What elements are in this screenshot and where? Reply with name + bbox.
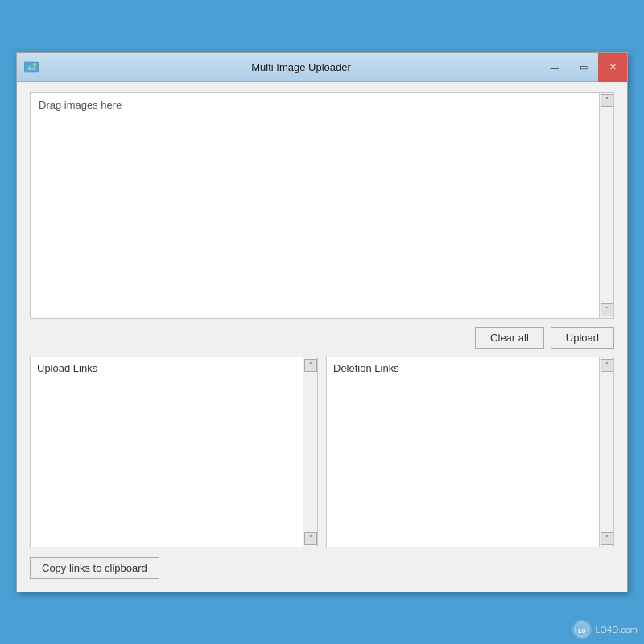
minimize-button[interactable]: — — [540, 53, 569, 82]
watermark: LO LO4D.com — [572, 620, 638, 639]
drop-zone-container: Drag images here ˄ ˅ — [30, 92, 614, 319]
window-title: Multi Image Uploader — [46, 61, 556, 73]
link-panels: Upload Links ˄ ˅ Deletion Links ˄ — [30, 357, 614, 547]
drop-zone[interactable]: Drag images here — [31, 93, 613, 318]
deletion-links-panel: Deletion Links ˄ ˅ — [326, 357, 614, 547]
svg-rect-0 — [24, 62, 39, 72]
deletion-links-content — [327, 378, 613, 547]
drop-zone-label: Drag images here — [39, 99, 122, 111]
window-controls: — ▭ ✕ — [540, 53, 627, 82]
chevron-down-icon: ˅ — [605, 535, 609, 542]
deletion-scroll-up-button[interactable]: ˄ — [601, 359, 613, 372]
action-row: Clear all Upload — [30, 327, 614, 349]
close-button[interactable]: ✕ — [598, 53, 627, 82]
chevron-down-icon: ˅ — [309, 535, 312, 542]
dropzone-scrollbar: ˄ ˅ — [599, 93, 613, 318]
maximize-button[interactable]: ▭ — [569, 53, 598, 82]
scroll-up-button[interactable]: ˄ — [601, 94, 613, 107]
scroll-down-button[interactable]: ˅ — [601, 303, 613, 316]
upload-button[interactable]: Upload — [551, 327, 614, 349]
app-icon — [23, 59, 39, 75]
chevron-up-icon: ˄ — [605, 361, 609, 369]
upload-scroll-down-button[interactable]: ˅ — [304, 532, 317, 545]
title-bar: Multi Image Uploader — ▭ ✕ — [17, 53, 627, 82]
chevron-down-icon: ˅ — [605, 306, 609, 313]
upload-scroll-up-button[interactable]: ˄ — [304, 359, 317, 372]
window-body: Drag images here ˄ ˅ Clear all Upload Up… — [17, 82, 627, 592]
chevron-up-icon: ˄ — [309, 361, 312, 369]
chevron-up-icon: ˄ — [605, 97, 609, 104]
svg-point-2 — [33, 63, 36, 66]
main-window: Multi Image Uploader — ▭ ✕ Drag images h… — [16, 52, 628, 592]
deletion-links-scrollbar: ˄ ˅ — [599, 357, 613, 547]
upload-links-content — [31, 378, 317, 547]
upload-links-panel: Upload Links ˄ ˅ — [30, 357, 318, 547]
copy-links-row: Copy links to clipboard — [30, 557, 614, 579]
svg-text:LO: LO — [579, 628, 587, 634]
copy-links-button[interactable]: Copy links to clipboard — [30, 557, 159, 579]
clear-all-button[interactable]: Clear all — [475, 327, 544, 349]
watermark-logo: LO — [572, 620, 592, 639]
deletion-scroll-down-button[interactable]: ˅ — [601, 532, 613, 545]
upload-links-scrollbar: ˄ ˅ — [303, 357, 317, 547]
upload-links-label: Upload Links — [31, 357, 317, 378]
deletion-links-label: Deletion Links — [327, 357, 613, 378]
watermark-text: LO4D.com — [595, 625, 638, 634]
